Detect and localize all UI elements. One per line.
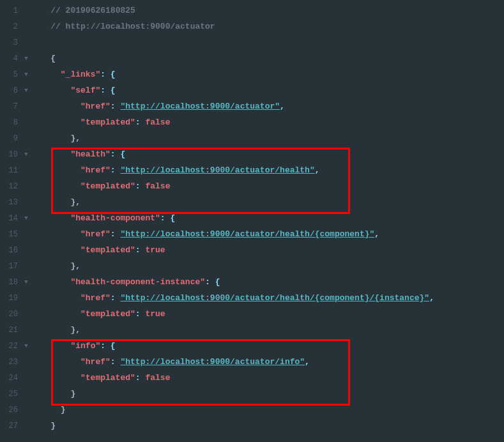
code-text: "href": "http://localhost:9000/actuator/… (31, 165, 320, 175)
code-text: "health-component": { (31, 213, 175, 223)
line-number: 10 (0, 150, 22, 159)
code-text: "templated": true (31, 245, 165, 255)
code-text: "health": { (31, 149, 125, 159)
code-line[interactable]: 6 ▼ "self": { (0, 82, 504, 98)
line-number: 25 (0, 390, 22, 399)
code-line[interactable]: 1 // 20190626180825 (0, 3, 504, 19)
code-line[interactable]: 7 "href": "http://localhost:9000/actuato… (0, 98, 504, 114)
code-text: } (31, 405, 66, 415)
code-line[interactable]: 24 "templated": false (0, 370, 504, 386)
code-line[interactable]: 14 ▼ "health-component": { (0, 210, 504, 226)
code-line[interactable]: 13 }, (0, 194, 504, 210)
line-number: 2 (0, 22, 22, 31)
code-line[interactable]: 19 "href": "http://localhost:9000/actuat… (0, 290, 504, 306)
line-number: 8 (0, 118, 22, 127)
code-text: "href": "http://localhost:9000/actuator"… (31, 102, 285, 111)
code-text: // http://localhost:9000/actuator (31, 22, 215, 31)
fold-toggle-icon[interactable]: ▼ (22, 343, 31, 349)
fold-toggle-icon[interactable]: ▼ (22, 88, 31, 94)
code-text: }, (31, 261, 80, 271)
code-text: }, (31, 197, 80, 207)
code-text: "info": { (31, 341, 116, 351)
fold-toggle-icon[interactable]: ▼ (22, 56, 31, 62)
code-line[interactable]: 9 }, (0, 130, 504, 146)
code-line[interactable]: 2 // http://localhost:9000/actuator (0, 19, 504, 34)
line-number: 20 (0, 310, 22, 319)
line-number: 27 (0, 422, 22, 431)
line-number: 26 (0, 406, 22, 415)
code-text: "href": "http://localhost:9000/actuator/… (31, 293, 434, 303)
line-number: 3 (0, 38, 22, 47)
code-line[interactable]: 8 "templated": false (0, 114, 504, 130)
fold-toggle-icon[interactable]: ▼ (22, 72, 31, 78)
code-text: } (31, 421, 56, 431)
code-text: }, (31, 133, 80, 143)
line-number: 17 (0, 262, 22, 271)
code-text: "href": "http://localhost:9000/actuator/… (31, 357, 310, 367)
code-text: "href": "http://localhost:9000/actuator/… (31, 229, 379, 239)
fold-toggle-icon[interactable]: ▼ (22, 279, 31, 286)
line-number: 14 (0, 214, 22, 223)
code-line[interactable]: 11 "href": "http://localhost:9000/actuat… (0, 162, 504, 178)
code-editor[interactable]: 1 // 20190626180825 2 // http://localhos… (0, 0, 504, 436)
code-text: // 20190626180825 (31, 6, 135, 15)
code-line[interactable]: 12 "templated": false (0, 178, 504, 194)
code-line[interactable]: 10 ▼ "health": { (0, 146, 504, 162)
code-text: "templated": false (31, 118, 170, 127)
line-number: 22 (0, 342, 22, 351)
code-line[interactable]: 21 }, (0, 322, 504, 338)
line-number: 19 (0, 294, 22, 303)
code-text: }, (31, 325, 80, 335)
code-text: "templated": false (31, 373, 170, 383)
line-number: 16 (0, 246, 22, 255)
line-number: 13 (0, 198, 22, 207)
line-number: 1 (0, 6, 22, 15)
code-line[interactable]: 18 ▼ "health-component-instance": { (0, 274, 504, 290)
code-text: "templated": false (31, 181, 170, 191)
line-number: 6 (0, 86, 22, 95)
code-line[interactable]: 15 "href": "http://localhost:9000/actuat… (0, 226, 504, 242)
code-line[interactable]: 5 ▼ "_links": { (0, 66, 504, 82)
code-line[interactable]: 16 "templated": true (0, 242, 504, 258)
code-line[interactable]: 26 } (0, 402, 504, 418)
line-number: 15 (0, 230, 22, 239)
line-number: 18 (0, 278, 22, 287)
line-number: 9 (0, 134, 22, 143)
code-text: "health-component-instance": { (31, 277, 220, 287)
code-line[interactable]: 17 }, (0, 258, 504, 274)
line-number: 11 (0, 166, 22, 175)
code-line[interactable]: 3 (0, 34, 504, 50)
code-line[interactable]: 25 } (0, 386, 504, 402)
line-number: 7 (0, 102, 22, 111)
code-text: "_links": { (31, 70, 116, 79)
code-text: "templated": true (31, 309, 165, 319)
line-number: 4 (0, 54, 22, 63)
code-line[interactable]: 22 ▼ "info": { (0, 338, 504, 354)
line-number: 24 (0, 374, 22, 383)
fold-toggle-icon[interactable]: ▼ (22, 151, 31, 158)
code-line[interactable]: 4 ▼ { (0, 50, 504, 66)
fold-toggle-icon[interactable]: ▼ (22, 215, 31, 222)
line-number: 23 (0, 358, 22, 367)
line-number: 12 (0, 182, 22, 191)
code-line[interactable]: 27 } (0, 418, 504, 434)
code-line[interactable]: 20 "templated": true (0, 306, 504, 322)
code-text: { (31, 54, 56, 63)
line-number: 21 (0, 326, 22, 335)
code-text: } (31, 389, 75, 399)
code-line[interactable]: 23 "href": "http://localhost:9000/actuat… (0, 354, 504, 370)
code-text: "self": { (31, 86, 116, 95)
line-number: 5 (0, 70, 22, 79)
